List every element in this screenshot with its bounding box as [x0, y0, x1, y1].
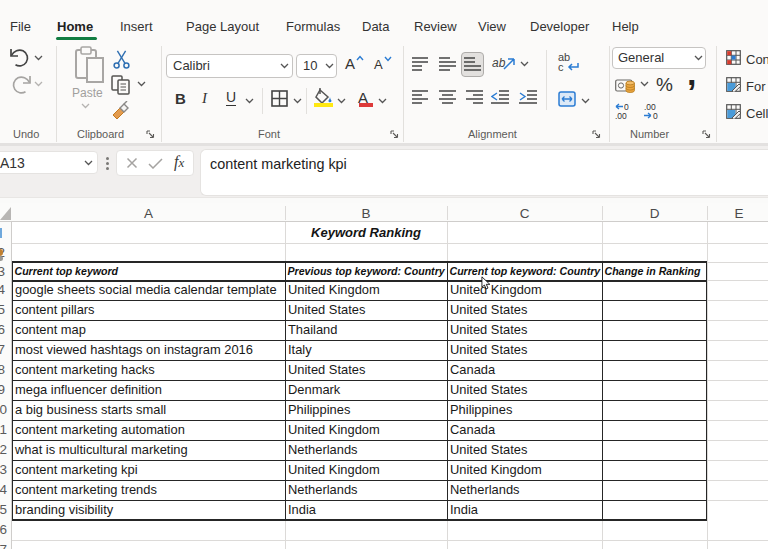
svg-text:.00: .00 [615, 111, 627, 120]
svg-text:0: 0 [653, 111, 658, 120]
